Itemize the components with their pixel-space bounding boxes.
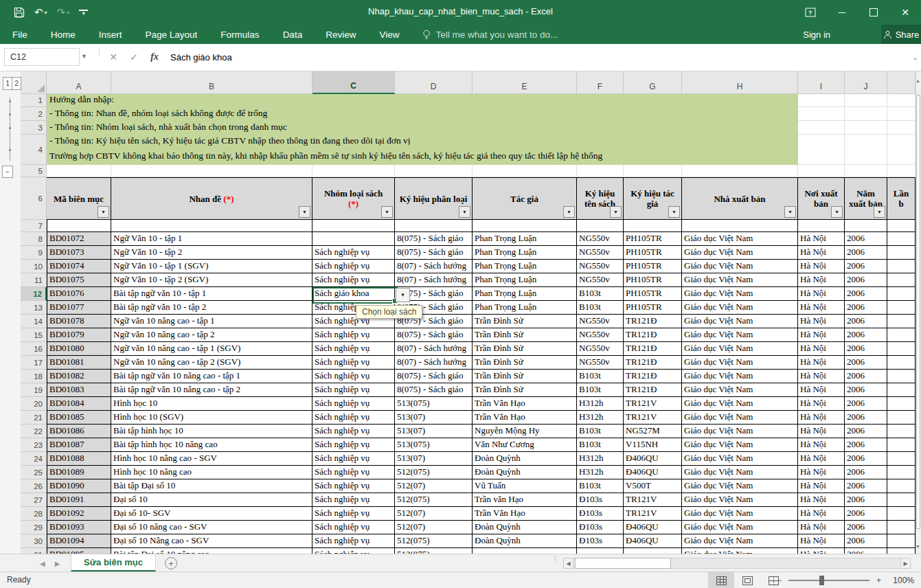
cell[interactable]: 2006 (845, 328, 887, 342)
cell[interactable]: Đại số 10 Nâng cao - SGV (111, 534, 312, 548)
row-header[interactable]: 29 (21, 521, 47, 534)
cell[interactable]: TR121Đ (624, 370, 682, 383)
cell[interactable]: Giáo dục Việt Nam (682, 452, 798, 466)
cell[interactable]: Đ406QU (624, 521, 682, 534)
column-header-cell[interactable]: Lần b (887, 177, 916, 220)
cell[interactable]: 2006 (845, 507, 887, 521)
cell[interactable]: Sách nghiệp vụ (312, 397, 395, 411)
row-header[interactable]: 5 (21, 165, 47, 177)
column-header[interactable] (887, 71, 916, 94)
cell[interactable]: Sách nghiệp vụ (312, 273, 395, 287)
cell[interactable] (798, 135, 845, 165)
vertical-scrollbar-thumb[interactable] (916, 95, 920, 529)
row-header[interactable]: 7 (21, 220, 47, 232)
cell[interactable]: Sách nghiệp vụ (312, 260, 395, 273)
cell[interactable]: BD01083 (47, 383, 111, 397)
cell[interactable]: 2006 (845, 383, 887, 397)
cell[interactable]: Hà Nội (798, 507, 845, 521)
cell[interactable] (887, 507, 916, 521)
cell[interactable]: Bài tập Đại số 10 nâng cao (111, 548, 312, 554)
tab-home[interactable]: Home (51, 30, 76, 40)
cell[interactable]: 8(075) - Sách giáo (395, 383, 473, 397)
cell[interactable]: Hà Nội (798, 328, 845, 342)
cell[interactable]: Giáo dục Việt Nam (682, 411, 798, 425)
cell[interactable]: Hình học 10 (SGV) (111, 411, 312, 425)
cell[interactable]: TR121Đ (624, 383, 682, 397)
validation-dropdown-button[interactable]: ▼ (396, 288, 410, 302)
cell[interactable]: Hình học 10 nâng cao (111, 466, 312, 479)
cell[interactable]: 512(07) (395, 479, 473, 493)
cell[interactable]: Đ103s (577, 534, 624, 548)
row-header[interactable]: 19 (21, 383, 47, 397)
cell[interactable] (887, 260, 916, 273)
row-header[interactable]: 11 (21, 273, 47, 287)
new-sheet-button[interactable]: + (165, 557, 177, 569)
tab-formulas[interactable]: Formulas (220, 30, 259, 40)
filter-button[interactable]: ▼ (563, 206, 575, 218)
cell[interactable]: Đoàn Quỳnh (473, 452, 577, 466)
cell[interactable]: Sách nghiệp vụ (312, 548, 395, 554)
column-header-cell[interactable]: Mã biên mục▼ (47, 177, 111, 220)
cell[interactable]: Giáo dục Việt Nam (682, 328, 798, 342)
cell[interactable]: H312h (577, 411, 624, 425)
hscroll-left-arrow-icon[interactable]: ◀ (563, 558, 573, 569)
cell[interactable]: B103t (577, 287, 624, 301)
outline-level-2-button[interactable]: 2 (12, 77, 21, 90)
row-header[interactable]: 4 (21, 135, 47, 165)
filter-button[interactable]: ▼ (459, 206, 470, 218)
cell[interactable]: PH105TR (624, 301, 682, 315)
cell[interactable] (887, 438, 916, 452)
column-header[interactable]: A (47, 71, 111, 94)
cell[interactable]: Hà Nội (798, 411, 845, 425)
cell[interactable]: Giáo dục Việt Nam (682, 356, 798, 370)
cell[interactable]: NG550v (577, 232, 624, 246)
name-box-dropdown-icon[interactable]: ▼ (81, 53, 87, 60)
row-header[interactable]: 14 (21, 315, 47, 328)
row-header[interactable]: 24 (21, 452, 47, 466)
cell[interactable]: Hà Nội (798, 315, 845, 328)
cell[interactable] (682, 165, 798, 177)
cell[interactable]: 2006 (845, 438, 887, 452)
cell[interactable]: 512(075) (395, 534, 473, 548)
cell[interactable]: Trần Văn Hạo (473, 397, 577, 411)
cell[interactable] (845, 107, 887, 121)
cell[interactable]: 2006 (845, 342, 887, 356)
cell[interactable]: Sách nghiệp vụ (312, 466, 395, 479)
outline-collapse-button[interactable]: − (2, 166, 13, 178)
cell[interactable]: 8(07) - Sách hướng (395, 273, 473, 287)
column-header-cell[interactable]: Ký hiệu tác giả▼ (624, 177, 682, 220)
cell[interactable]: BD01072 (47, 232, 111, 246)
cell[interactable]: 2006 (845, 246, 887, 260)
cell[interactable]: Giáo dục Việt Nam (682, 260, 798, 273)
cell[interactable]: Trần Văn Hạo (473, 411, 577, 425)
cell[interactable] (887, 370, 916, 383)
save-button[interactable] (14, 7, 25, 18)
cell[interactable]: 2006 (845, 466, 887, 479)
cell[interactable] (887, 479, 916, 493)
cell[interactable]: Giáo dục Việt Nam (682, 438, 798, 452)
cell[interactable]: NG550v (577, 328, 624, 342)
cell[interactable]: Giáo dục Việt Nam (682, 301, 798, 315)
cell[interactable]: Đoàn Quỳnh (473, 521, 577, 534)
tab-splitter-handle[interactable]: ⋮ (552, 557, 557, 561)
cell[interactable]: 8(075) - Sách giáo (395, 370, 473, 383)
cell[interactable]: Sách nghiệp vụ (312, 425, 395, 438)
cell[interactable]: Trần Đình Sử (473, 342, 577, 356)
tab-data[interactable]: Data (283, 30, 303, 40)
cell[interactable]: NG550v (577, 246, 624, 260)
cell[interactable]: TR121Đ (624, 356, 682, 370)
cell[interactable] (845, 121, 887, 135)
cell[interactable]: Hà Nội (798, 425, 845, 438)
cell[interactable]: BD01093 (47, 521, 111, 534)
cell[interactable]: BD01089 (47, 466, 111, 479)
cell[interactable]: 2006 (845, 479, 887, 493)
cell[interactable]: B103t (577, 479, 624, 493)
cell[interactable]: Hà Nội (798, 438, 845, 452)
cell[interactable]: Bài tập hình học 10 (111, 425, 312, 438)
cell[interactable]: Giáo dục Việt Nam (682, 521, 798, 534)
cell[interactable]: Đ406QU (624, 466, 682, 479)
cell[interactable]: NG527M (624, 425, 682, 438)
column-header-cell[interactable]: Tác giả▼ (473, 177, 577, 220)
row-header[interactable]: 3 (21, 121, 47, 135)
cell[interactable]: Ngữ văn 10 nâng cao - tập 2 (111, 328, 312, 342)
